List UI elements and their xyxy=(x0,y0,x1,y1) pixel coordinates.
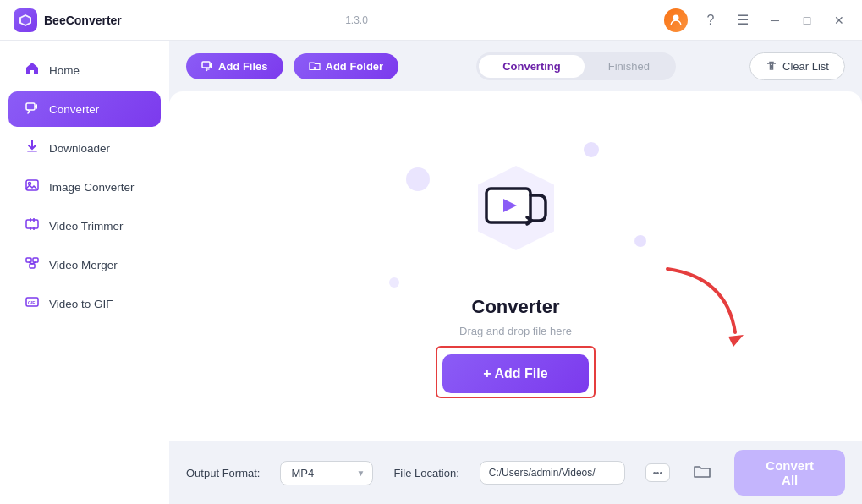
svg-rect-17 xyxy=(202,62,210,68)
titlebar-controls: ? ☰ ─ □ ✕ xyxy=(664,8,848,32)
output-format-label: Output Format: xyxy=(186,467,260,479)
decor-dot-2 xyxy=(584,142,599,157)
svg-text:GIF: GIF xyxy=(28,300,35,305)
file-location-label: File Location: xyxy=(393,467,458,479)
video-merger-icon xyxy=(25,256,39,273)
file-location-input[interactable] xyxy=(480,461,625,485)
converter-center-icon xyxy=(483,180,549,236)
svg-rect-4 xyxy=(27,151,37,152)
add-files-button[interactable]: Add Files xyxy=(186,53,283,79)
app-version: 1.3.0 xyxy=(345,14,368,26)
maximize-button[interactable]: □ xyxy=(798,11,816,30)
more-options-button[interactable]: ••• xyxy=(645,463,671,482)
sidebar-label-downloader: Downloader xyxy=(49,142,110,155)
decor-dot-1 xyxy=(406,167,430,191)
sidebar-label-video-to-gif: Video to GIF xyxy=(49,298,113,310)
sidebar-label-video-trimmer: Video Trimmer xyxy=(49,220,124,233)
video-to-gif-icon: GIF xyxy=(25,295,39,312)
sidebar-label-video-merger: Video Merger xyxy=(49,259,118,271)
menu-icon[interactable]: ☰ xyxy=(733,11,752,30)
svg-marker-25 xyxy=(728,335,744,347)
minimize-button[interactable]: ─ xyxy=(766,11,784,30)
tab-converting[interactable]: Converting xyxy=(479,55,585,78)
app-logo xyxy=(14,8,37,32)
sidebar-label-image-converter: Image Converter xyxy=(49,181,135,194)
add-file-btn-wrapper: + Add File xyxy=(442,351,588,393)
svg-rect-3 xyxy=(26,103,35,110)
tab-finished[interactable]: Finished xyxy=(585,55,673,78)
svg-rect-7 xyxy=(26,220,38,228)
image-converter-icon xyxy=(25,178,39,195)
toolbar: Add Files Add Folder Converting Finished… xyxy=(169,41,862,91)
svg-rect-13 xyxy=(33,258,38,262)
main-content: Add Files Add Folder Converting Finished… xyxy=(169,41,862,504)
bottom-bar: Output Format: MP4 AVI MOV MKV WMV FLV M… xyxy=(169,441,862,504)
converter-icon-wrapper xyxy=(448,140,584,276)
add-folder-button[interactable]: Add Folder xyxy=(294,53,399,79)
format-select[interactable]: MP4 AVI MOV MKV WMV FLV MP3 AAC xyxy=(280,461,373,485)
main-subtitle: Drag and drop file here xyxy=(459,325,572,337)
content-area: Converter Drag and drop file here + Add … xyxy=(169,91,862,441)
sidebar: Home Converter Downloader Image Converte… xyxy=(0,41,169,504)
downloader-icon xyxy=(25,140,39,156)
sidebar-item-downloader[interactable]: Downloader xyxy=(8,130,161,166)
titlebar: BeeConverter 1.3.0 ? ☰ ─ □ ✕ xyxy=(0,0,862,41)
clear-list-button[interactable]: Clear List xyxy=(749,52,845,80)
sidebar-label-converter: Converter xyxy=(49,103,99,116)
add-file-button[interactable]: + Add File xyxy=(442,354,588,393)
drop-area: Converter Drag and drop file here + Add … xyxy=(442,140,588,393)
close-button[interactable]: ✕ xyxy=(830,11,848,30)
home-icon xyxy=(25,62,39,79)
sidebar-item-video-to-gif[interactable]: GIF Video to GIF xyxy=(8,286,161,321)
video-trimmer-icon xyxy=(25,217,39,234)
main-title: Converter xyxy=(472,296,560,318)
decor-dot-3 xyxy=(634,235,646,247)
sidebar-label-home: Home xyxy=(49,64,80,77)
app-title: BeeConverter xyxy=(44,14,340,27)
sidebar-item-video-merger[interactable]: Video Merger xyxy=(8,247,161,282)
tabs-group: Converting Finished xyxy=(476,52,676,80)
convert-all-button[interactable]: Convert All xyxy=(734,450,845,496)
browse-folder-button[interactable] xyxy=(690,460,714,485)
converter-icon xyxy=(25,101,39,118)
help-icon[interactable]: ? xyxy=(701,11,720,30)
decor-dot-4 xyxy=(389,277,399,288)
sidebar-item-converter[interactable]: Converter xyxy=(8,91,161,127)
sidebar-item-home[interactable]: Home xyxy=(8,52,161,88)
format-select-wrapper: MP4 AVI MOV MKV WMV FLV MP3 AAC ▼ xyxy=(280,461,373,485)
user-avatar[interactable] xyxy=(664,8,688,32)
arrow-annotation xyxy=(659,260,760,365)
sidebar-item-image-converter[interactable]: Image Converter xyxy=(8,169,161,205)
sidebar-item-video-trimmer[interactable]: Video Trimmer xyxy=(8,208,161,244)
svg-rect-12 xyxy=(26,258,31,262)
app-body: Home Converter Downloader Image Converte… xyxy=(0,41,862,504)
